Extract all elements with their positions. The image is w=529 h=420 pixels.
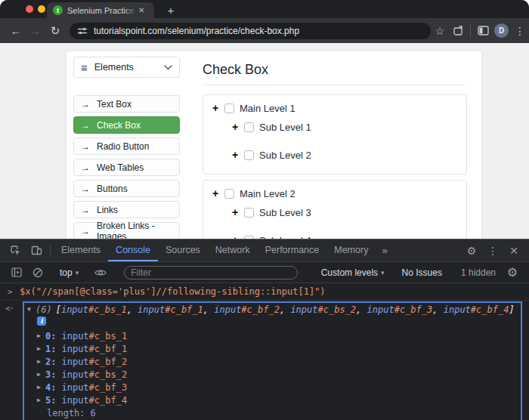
title-divider [203,85,465,85]
close-window-button[interactable] [26,5,33,13]
expand-plus-icon[interactable]: + [212,187,222,199]
sidebar-item[interactable]: → Radio Button [73,137,180,155]
checkbox[interactable] [244,208,254,218]
expand-plus-icon[interactable]: + [212,102,222,114]
checkbox-label[interactable]: Main Level 1 [240,103,295,114]
site-settings-icon[interactable] [77,26,88,36]
console-settings-gear-icon[interactable]: ⚙ [502,265,523,279]
console-toolbar: top▾ Custom levels▾ No Issues 1 hidden ⚙ [0,262,529,283]
array-item-row[interactable]: ▶ 4: input #c_bf_3 [27,381,516,394]
expand-triangle-icon[interactable]: ▶ [37,384,45,391]
checkbox[interactable] [244,122,254,132]
expand-triangle-icon[interactable]: ▶ [37,345,45,352]
site-favicon: t [53,5,63,15]
sidebar-item-label: Links [97,205,118,215]
log-levels-selector[interactable]: Custom levels▾ [317,267,389,278]
browser-menu-icon[interactable]: ⋮ [511,22,529,40]
array-preview-item: input#c_bs_1, [61,304,138,315]
live-expression-eye-icon[interactable] [90,268,111,277]
back-icon[interactable]: ← [6,22,26,40]
address-bar[interactable]: tutorialspoint.com/selenium/practice/che… [70,23,431,39]
array-preview-item: input#c_bf_4 [444,304,509,315]
sidebar-item[interactable]: → Text Box [73,95,180,113]
clear-console-icon[interactable] [27,267,48,278]
array-result-header[interactable]: ▼ (6) [input#c_bs_1, input#c_bf_1, input… [27,304,516,315]
checkbox[interactable] [244,150,254,160]
sidebar-item[interactable]: → Check Box [73,116,180,134]
item-tag: input [61,344,88,354]
profile-avatar[interactable]: D [494,23,509,38]
inspect-element-icon[interactable] [5,239,26,261]
expand-plus-icon[interactable]: + [232,206,242,218]
page-viewport: ≡ Elements → Text Box → Check Box [0,43,529,239]
devtools-tab[interactable]: Network [208,239,258,261]
info-icon[interactable]: i [37,317,46,326]
checkbox-label[interactable]: Sub Level 4 [259,235,311,239]
expand-triangle-icon[interactable]: ▶ [37,397,45,403]
panel-title: Elements [94,62,134,73]
devtools-tab[interactable]: Memory [326,239,376,261]
devtools-tab[interactable]: Sources [158,239,208,261]
item-index: 3: [45,369,56,380]
elements-panel-header[interactable]: ≡ Elements [73,57,180,78]
checkbox-label[interactable]: Main Level 2 [240,188,295,199]
devtools-controls: ⚙ ⋮ ✕ [461,239,529,261]
array-item-row[interactable]: ▶ 0: input #c_bs_1 [27,329,516,342]
toolbar-divider [470,25,471,37]
devtools-close-icon[interactable]: ✕ [503,245,524,257]
side-panel-icon[interactable] [474,22,492,40]
arrow-right-icon: → [81,184,90,194]
bookmark-star-icon[interactable]: ☆ [431,22,449,40]
checkbox[interactable] [244,236,254,239]
console-result-selected[interactable]: ▼ (6) [input#c_bs_1, input#c_bf_1, input… [23,301,522,420]
collapse-triangle-icon[interactable]: ▼ [27,306,36,313]
checkbox-label[interactable]: Sub Level 1 [259,122,311,133]
minimize-window-button[interactable] [38,5,45,13]
devtools-tab[interactable]: Elements [54,239,108,261]
item-tag: input [61,382,88,393]
sidebar-item-label: Check Box [97,120,141,131]
devtools-tab[interactable]: Performance [258,239,327,261]
array-item-row[interactable]: ▶ 5: input #c_bf_4 [27,394,516,406]
sidebar-item[interactable]: → Web Tables [73,159,180,176]
tab-close-icon[interactable]: ✕ [138,7,144,14]
checkbox[interactable] [224,103,234,113]
checkbox-label[interactable]: Sub Level 2 [259,150,311,161]
checkbox-label[interactable]: Sub Level 3 [259,207,311,218]
sidebar-item[interactable]: → Broken Links - Images [73,222,180,239]
browser-tab[interactable]: t Selenium Practice - Check B ✕ [47,2,154,18]
sidebar-item-label: Radio Button [97,141,149,152]
checkbox[interactable] [224,189,234,199]
forward-icon[interactable]: → [26,22,45,40]
context-selector[interactable]: top▾ [55,267,83,278]
device-toolbar-icon[interactable] [26,239,47,261]
devtools-settings-gear-icon[interactable]: ⚙ [461,245,482,257]
elements-panel: ≡ Elements → Text Box → Check Box [73,57,180,239]
expand-plus-icon[interactable]: + [232,121,242,133]
extensions-icon[interactable] [449,22,467,40]
sidebar-item[interactable]: → Links [73,201,180,218]
more-tabs-icon[interactable]: » [376,239,393,261]
devtools-panel: ElementsConsoleSourcesNetworkPerformance… [0,239,529,420]
reload-icon[interactable]: ↻ [45,22,65,40]
new-tab-button[interactable]: + [163,2,178,17]
sidebar-item[interactable]: → Buttons [73,180,180,197]
expand-plus-icon[interactable]: + [232,234,242,239]
devtools-tab[interactable]: Console [108,239,158,261]
console-filter-input[interactable] [124,266,298,279]
item-index: 1: [45,344,56,354]
expand-triangle-icon[interactable]: ▶ [37,358,45,365]
devtools-menu-icon[interactable]: ⋮ [482,245,503,257]
array-item-row[interactable]: ▶ 1: input #c_bf_1 [27,342,516,355]
console-command-entry: > $x("//span[@class='plus']//following-s… [0,283,529,301]
item-id: #c_bf_4 [89,395,128,406]
array-item-row[interactable]: ▶ 3: input #c_bs_2 [27,368,516,381]
console-sidebar-icon[interactable] [6,267,27,277]
command-prompt-icon: > [8,287,20,297]
expand-triangle-icon[interactable]: ▶ [37,332,45,339]
issues-counter[interactable]: No Issues [396,267,448,278]
expand-plus-icon[interactable]: + [232,149,242,161]
array-item-row[interactable]: ▶ 2: input #c_bf_2 [27,355,516,368]
expand-triangle-icon[interactable]: ▶ [37,371,45,378]
tree-row: + Sub Level 1 [232,119,457,134]
